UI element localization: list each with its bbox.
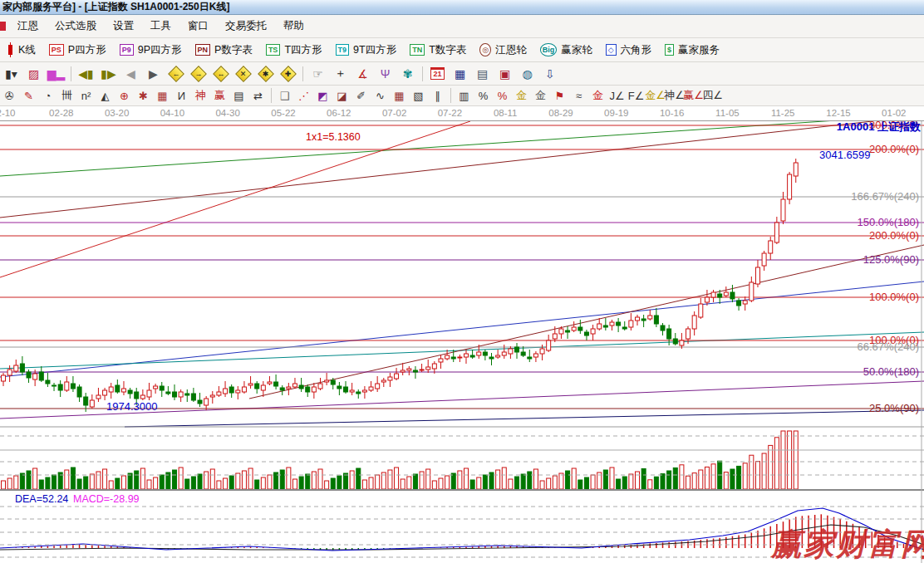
volume-bar [533,469,538,489]
shen-grid-tool[interactable]: 神 [191,87,210,105]
f-angle-tool[interactable]: F∠ [627,87,646,105]
gold-circle-tool[interactable]: 金 [512,87,531,105]
volume-bar [705,467,709,489]
volume-bar [292,479,297,489]
toolbar-button-ps-square-icon[interactable]: PSP四方形 [42,42,113,59]
width-measure-tool[interactable]: ⇄ [248,87,268,105]
first-page-button[interactable]: ◀▮ [76,64,96,84]
gann-circle-tool[interactable]: ◔ [38,87,57,105]
gold-angle-tool[interactable]: 金∠ [646,87,665,105]
candle-body [445,355,450,359]
grid-target-tool[interactable]: ▦ [153,87,172,105]
chart-grid-tool[interactable]: ▧ [409,87,428,105]
mirror-angle-tool[interactable]: ◭ [96,87,115,105]
red-fan-tool[interactable]: ⋰ [294,87,313,105]
toolbar-button-hexagon-icon[interactable]: ◇六角形 [599,42,658,59]
volume-bar [287,468,291,489]
toolbar-button-dollar-service-icon[interactable]: $赢家服务 [658,42,726,59]
toolbar-button-ts-square-icon[interactable]: TST四方形 [259,42,329,59]
price-flag-tool[interactable]: ⚑ [550,87,569,105]
ying-angle-tool[interactable]: 赢∠ [684,87,703,105]
target-circle-tool[interactable]: ⊕ [115,87,134,105]
chart-area[interactable]: 300.0%(0)200.0%(0)166.67%(240)150.0%(180… [0,121,924,563]
spiral-tool[interactable]: ✇ [0,87,19,105]
gold-line-tool[interactable]: 金 [531,87,550,105]
radial-web-tool[interactable]: ✱ [134,87,153,105]
zoom-in-h-button[interactable]: ✕ [233,64,253,84]
zigzag-tool[interactable]: ∿ [371,87,390,105]
calendar-button[interactable]: 21 [427,64,448,84]
calculator-button[interactable]: ▦ [450,64,470,84]
ruler-123-tool[interactable]: ▤ [229,87,248,105]
pan-left-button[interactable]: ← [165,64,186,84]
red-grid-tool[interactable]: ▦ [390,87,409,105]
fan-box-tool[interactable]: ◪ [332,87,351,105]
arrow-glyph: ↔ [217,70,224,77]
candle-body [781,199,785,221]
toolbar-button-kline-candle-icon[interactable]: K线 [0,42,42,59]
candle-body [711,292,715,297]
zoom-out-h-button[interactable]: ↔ [210,64,231,84]
comb-ruler-tool[interactable]: 卌 [57,87,76,105]
web-sync-button[interactable]: ◍ [517,64,538,84]
frame-tool[interactable]: ❑ [275,87,294,105]
kline-period-dropdown[interactable]: ▮▾ [1,64,22,84]
next-bar-button[interactable]: ▶ [143,64,164,84]
column-data-tool[interactable]: ▥ [455,87,474,105]
n-square-tool[interactable]: n² [76,87,96,105]
pencil-rays-tool[interactable]: ✐ [351,87,371,105]
toolbar-button-tn-table-icon[interactable]: TNT数字表 [403,42,473,59]
purple-fan-tool[interactable]: ◩ [313,87,332,105]
si-angle-tool[interactable]: 四∠ [703,87,722,105]
crosshair-tool-button[interactable]: ＋ [330,64,351,84]
volume-bar [762,453,766,489]
hand-tool-button[interactable]: ☞ [307,64,328,84]
structure-tool-button[interactable]: Ψ [375,64,396,84]
angle-mark-tool[interactable]: И [172,87,191,105]
pen-tool[interactable]: ✎ [19,87,38,105]
angle-measure-button[interactable]: ∡ [352,64,373,84]
data-export-button[interactable]: ⇩ [539,64,560,84]
candle-body [166,392,170,394]
parallel-rays-tool[interactable]: ∥ [428,87,447,105]
ying-grid-tool[interactable]: 赢 [210,87,229,105]
candle-body [673,339,677,344]
wave-overlay-tool[interactable]: ≈ [569,87,588,105]
pattern-select-button[interactable]: ▨ [23,64,44,84]
pan-right-button[interactable]: → [188,64,209,84]
candle-body [39,372,43,380]
percent-retrace-tool[interactable]: % [474,87,493,105]
menu-item-4[interactable]: 窗口 [179,17,217,36]
save-chart-button[interactable]: ▣ [494,64,515,84]
toolbar-button-p9-square-icon[interactable]: P99P四方形 [113,42,189,59]
candle-body [451,357,455,359]
menu-item-5[interactable]: 交易委托 [217,17,275,36]
candle-body [224,389,228,394]
last-page-button[interactable]: ▮▶ [98,64,119,84]
toolbar-button-pn-table-icon[interactable]: PNP数字表 [189,42,259,59]
menu-item-3[interactable]: 工具 [142,17,179,36]
toolbar-button-winner-wheel-icon[interactable]: Big赢家轮 [533,42,599,59]
smart-analysis-button[interactable]: ✾ [397,64,418,84]
color-chart-button[interactable]: ▆▂ [46,64,66,84]
menu-item-6[interactable]: 帮助 [275,17,312,36]
menu-item-0[interactable]: 江恩 [9,17,47,36]
menu-item-2[interactable]: 设置 [105,17,142,36]
expand-all-button[interactable]: ✱ [255,64,276,84]
fit-screen-button[interactable]: ✚ [278,64,298,84]
prev-bar-button[interactable]: ◀ [120,64,141,84]
volume-bar [96,472,101,489]
toolbar-button-gann-wheel-icon[interactable]: ◎江恩轮 [473,42,533,59]
volume-bar [794,431,798,489]
menu-item-1[interactable]: 公式选股 [47,17,105,36]
volume-bar [242,471,246,489]
gold-red-tool[interactable]: 金 [588,87,607,105]
candle-body [210,395,214,397]
report-notes-button[interactable]: ▤ [472,64,493,84]
shen-angle-tool[interactable]: 神∠ [665,87,684,105]
volume-bar [730,469,735,489]
toolbar-button-t9-square-icon[interactable]: T99T四方形 [329,42,404,59]
volume-bar [603,470,607,489]
j-angle-tool[interactable]: J∠ [607,87,627,105]
percent-line-tool[interactable]: % [493,87,512,105]
